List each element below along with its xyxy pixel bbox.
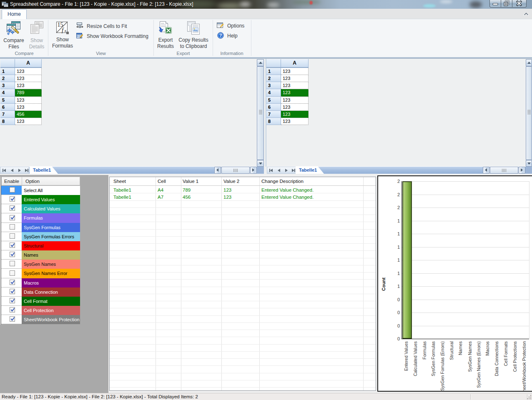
svg-text:x: x xyxy=(64,28,67,33)
svg-text:?: ? xyxy=(219,33,222,38)
